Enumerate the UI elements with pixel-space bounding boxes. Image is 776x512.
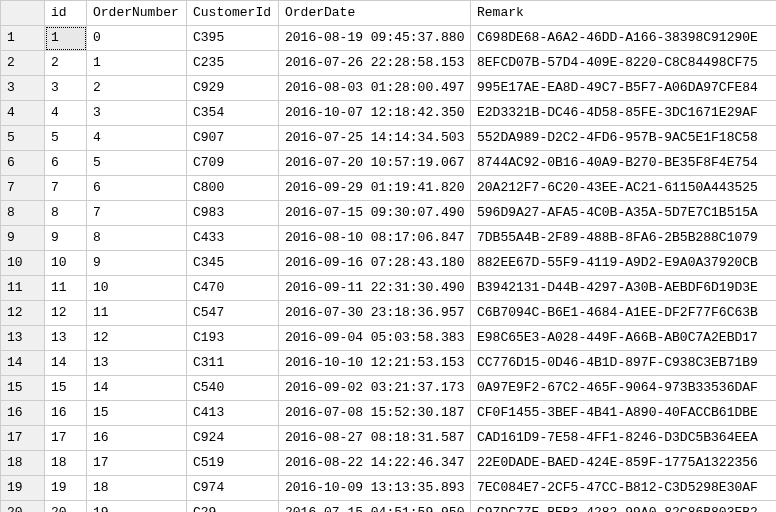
cell-orderdate[interactable]: 2016-10-09 13:13:35.893 <box>279 476 471 501</box>
row-number[interactable]: 18 <box>1 451 45 476</box>
cell-id[interactable]: 19 <box>45 476 87 501</box>
cell-remark[interactable]: 882EE67D-55F9-4119-A9D2-E9A0A37920CB <box>471 251 777 276</box>
row-number[interactable]: 3 <box>1 76 45 101</box>
cell-ordernumber[interactable]: 9 <box>87 251 187 276</box>
cell-id[interactable]: 11 <box>45 276 87 301</box>
row-number[interactable]: 20 <box>1 501 45 513</box>
table-row[interactable]: 221C2352016-07-26 22:28:58.1538EFCD07B-5… <box>1 51 777 76</box>
cell-ordernumber[interactable]: 2 <box>87 76 187 101</box>
cell-remark[interactable]: 552DA989-D2C2-4FD6-957B-9AC5E1F18C58 <box>471 126 777 151</box>
cell-id[interactable]: 3 <box>45 76 87 101</box>
col-header-ordernumber[interactable]: OrderNumber <box>87 1 187 26</box>
col-header-customerid[interactable]: CustomerId <box>187 1 279 26</box>
cell-orderdate[interactable]: 2016-08-22 14:22:46.347 <box>279 451 471 476</box>
cell-ordernumber[interactable]: 4 <box>87 126 187 151</box>
cell-orderdate[interactable]: 2016-07-25 14:14:34.503 <box>279 126 471 151</box>
row-number[interactable]: 16 <box>1 401 45 426</box>
row-number[interactable]: 2 <box>1 51 45 76</box>
table-row[interactable]: 171716C9242016-08-27 08:18:31.587CAD161D… <box>1 426 777 451</box>
cell-id[interactable]: 20 <box>45 501 87 513</box>
table-row[interactable]: 10109C3452016-09-16 07:28:43.180882EE67D… <box>1 251 777 276</box>
cell-ordernumber[interactable]: 8 <box>87 226 187 251</box>
cell-orderdate[interactable]: 2016-07-30 23:18:36.957 <box>279 301 471 326</box>
cell-orderdate[interactable]: 2016-09-04 05:03:58.383 <box>279 326 471 351</box>
cell-customerid[interactable]: C709 <box>187 151 279 176</box>
row-number[interactable]: 11 <box>1 276 45 301</box>
row-number[interactable]: 1 <box>1 26 45 51</box>
cell-id[interactable]: 13 <box>45 326 87 351</box>
cell-orderdate[interactable]: 2016-08-03 01:28:00.497 <box>279 76 471 101</box>
table-row[interactable]: 191918C9742016-10-09 13:13:35.8937EC084E… <box>1 476 777 501</box>
cell-ordernumber[interactable]: 11 <box>87 301 187 326</box>
cell-orderdate[interactable]: 2016-07-15 04:51:59.950 <box>279 501 471 513</box>
cell-orderdate[interactable]: 2016-08-19 09:45:37.880 <box>279 26 471 51</box>
table-row[interactable]: 141413C3112016-10-10 12:21:53.153CC776D1… <box>1 351 777 376</box>
cell-id[interactable]: 17 <box>45 426 87 451</box>
row-number[interactable]: 13 <box>1 326 45 351</box>
cell-customerid[interactable]: C354 <box>187 101 279 126</box>
row-number[interactable]: 12 <box>1 301 45 326</box>
cell-ordernumber[interactable]: 3 <box>87 101 187 126</box>
cell-remark[interactable]: 995E17AE-EA8D-49C7-B5F7-A06DA97CFE84 <box>471 76 777 101</box>
cell-remark[interactable]: C97DC77E-BEB3-4282-99A0-82C86B803EB2 <box>471 501 777 513</box>
cell-customerid[interactable]: C413 <box>187 401 279 426</box>
cell-orderdate[interactable]: 2016-09-29 01:19:41.820 <box>279 176 471 201</box>
cell-id[interactable]: 15 <box>45 376 87 401</box>
cell-orderdate[interactable]: 2016-07-20 10:57:19.067 <box>279 151 471 176</box>
cell-id[interactable]: 9 <box>45 226 87 251</box>
cell-id[interactable]: 4 <box>45 101 87 126</box>
table-row[interactable]: 554C9072016-07-25 14:14:34.503552DA989-D… <box>1 126 777 151</box>
cell-id[interactable]: 16 <box>45 401 87 426</box>
cell-remark[interactable]: 596D9A27-AFA5-4C0B-A35A-5D7E7C1B515A <box>471 201 777 226</box>
table-row[interactable]: 202019C292016-07-15 04:51:59.950C97DC77E… <box>1 501 777 513</box>
cell-customerid[interactable]: C29 <box>187 501 279 513</box>
cell-customerid[interactable]: C929 <box>187 76 279 101</box>
cell-orderdate[interactable]: 2016-07-26 22:28:58.153 <box>279 51 471 76</box>
cell-customerid[interactable]: C395 <box>187 26 279 51</box>
row-number[interactable]: 15 <box>1 376 45 401</box>
cell-customerid[interactable]: C540 <box>187 376 279 401</box>
cell-ordernumber[interactable]: 18 <box>87 476 187 501</box>
cell-remark[interactable]: 22E0DADE-BAED-424E-859F-1775A1322356 <box>471 451 777 476</box>
cell-orderdate[interactable]: 2016-10-07 12:18:42.350 <box>279 101 471 126</box>
table-row[interactable]: 161615C4132016-07-08 15:52:30.187CF0F145… <box>1 401 777 426</box>
cell-id[interactable]: 6 <box>45 151 87 176</box>
row-number[interactable]: 17 <box>1 426 45 451</box>
table-row[interactable]: 110C3952016-08-19 09:45:37.880C698DE68-A… <box>1 26 777 51</box>
cell-ordernumber[interactable]: 13 <box>87 351 187 376</box>
cell-id[interactable]: 12 <box>45 301 87 326</box>
table-row[interactable]: 181817C5192016-08-22 14:22:46.34722E0DAD… <box>1 451 777 476</box>
row-number[interactable]: 9 <box>1 226 45 251</box>
table-row[interactable]: 151514C5402016-09-02 03:21:37.1730A97E9F… <box>1 376 777 401</box>
row-number[interactable]: 19 <box>1 476 45 501</box>
cell-ordernumber[interactable]: 1 <box>87 51 187 76</box>
cell-ordernumber[interactable]: 17 <box>87 451 187 476</box>
cell-customerid[interactable]: C470 <box>187 276 279 301</box>
cell-customerid[interactable]: C345 <box>187 251 279 276</box>
cell-customerid[interactable]: C907 <box>187 126 279 151</box>
cell-remark[interactable]: E2D3321B-DC46-4D58-85FE-3DC1671E29AF <box>471 101 777 126</box>
cell-remark[interactable]: 7EC084E7-2CF5-47CC-B812-C3D5298E30AF <box>471 476 777 501</box>
cell-customerid[interactable]: C193 <box>187 326 279 351</box>
cell-orderdate[interactable]: 2016-10-10 12:21:53.153 <box>279 351 471 376</box>
cell-id[interactable]: 14 <box>45 351 87 376</box>
cell-ordernumber[interactable]: 0 <box>87 26 187 51</box>
cell-ordernumber[interactable]: 10 <box>87 276 187 301</box>
row-number[interactable]: 8 <box>1 201 45 226</box>
row-number[interactable]: 5 <box>1 126 45 151</box>
cell-remark[interactable]: CAD161D9-7E58-4FF1-8246-D3DC5B364EEA <box>471 426 777 451</box>
cell-remark[interactable]: 0A97E9F2-67C2-465F-9064-973B33536DAF <box>471 376 777 401</box>
cell-remark[interactable]: 20A212F7-6C20-43EE-AC21-61150A443525 <box>471 176 777 201</box>
table-row[interactable]: 443C3542016-10-07 12:18:42.350E2D3321B-D… <box>1 101 777 126</box>
table-row[interactable]: 332C9292016-08-03 01:28:00.497995E17AE-E… <box>1 76 777 101</box>
cell-customerid[interactable]: C547 <box>187 301 279 326</box>
cell-ordernumber[interactable]: 7 <box>87 201 187 226</box>
cell-id[interactable]: 5 <box>45 126 87 151</box>
cell-orderdate[interactable]: 2016-08-27 08:18:31.587 <box>279 426 471 451</box>
cell-customerid[interactable]: C983 <box>187 201 279 226</box>
cell-remark[interactable]: 8744AC92-0B16-40A9-B270-BE35F8F4E754 <box>471 151 777 176</box>
table-row[interactable]: 131312C1932016-09-04 05:03:58.383E98C65E… <box>1 326 777 351</box>
cell-customerid[interactable]: C519 <box>187 451 279 476</box>
cell-customerid[interactable]: C924 <box>187 426 279 451</box>
cell-remark[interactable]: 7DB55A4B-2F89-488B-8FA6-2B5B288C1079 <box>471 226 777 251</box>
